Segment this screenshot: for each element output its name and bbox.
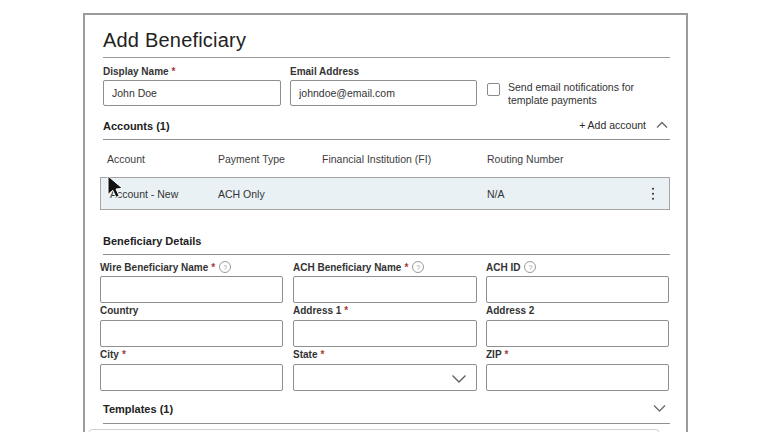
- ach-beneficiary-name-input[interactable]: [293, 276, 477, 303]
- required-asterisk: *: [404, 262, 408, 273]
- state-select[interactable]: [293, 364, 477, 391]
- country-input[interactable]: [100, 320, 283, 347]
- ach-id-label: ACH ID ?: [486, 261, 536, 273]
- required-asterisk: *: [344, 305, 348, 316]
- row-actions-kebab-button[interactable]: [649, 184, 658, 203]
- required-asterisk: *: [172, 66, 176, 77]
- add-beneficiary-panel: Add Beneficiary Display Name* Email Addr…: [83, 13, 688, 432]
- column-header-account: Account: [107, 153, 145, 165]
- email-address-label: Email Address: [290, 66, 359, 77]
- accounts-section-title: Accounts (1): [103, 120, 170, 132]
- ach-id-input[interactable]: [486, 276, 669, 303]
- add-account-button[interactable]: + Add account: [579, 119, 646, 131]
- address1-input[interactable]: [293, 320, 477, 347]
- page-title: Add Beneficiary: [103, 29, 246, 52]
- display-name-input[interactable]: [103, 80, 281, 106]
- chevron-down-icon: [451, 374, 467, 384]
- email-address-input[interactable]: [290, 80, 477, 106]
- required-asterisk: *: [211, 262, 215, 273]
- account-table-row[interactable]: Account - New ACH Only N/A: [100, 177, 670, 210]
- email-notifications-checkbox[interactable]: [487, 83, 500, 96]
- templates-section-title: Templates (1): [103, 403, 173, 415]
- info-icon[interactable]: ?: [524, 261, 536, 273]
- state-label: State*: [293, 349, 324, 360]
- column-header-payment-type: Payment Type: [218, 153, 285, 165]
- wire-beneficiary-name-label: Wire Beneficiary Name* ?: [100, 261, 231, 273]
- chevron-down-icon[interactable]: [653, 404, 666, 413]
- mouse-cursor-icon: [106, 175, 128, 201]
- beneficiary-divider: [103, 254, 670, 255]
- zip-input[interactable]: [486, 364, 669, 391]
- required-asterisk: *: [320, 349, 324, 360]
- title-divider: [103, 57, 670, 58]
- column-header-financial-institution: Financial Institution (FI): [322, 153, 431, 165]
- country-label: Country: [100, 305, 138, 316]
- ach-beneficiary-name-label: ACH Beneficiary Name* ?: [293, 261, 424, 273]
- display-name-label: Display Name*: [103, 66, 176, 77]
- info-icon[interactable]: ?: [412, 261, 424, 273]
- address2-input[interactable]: [486, 320, 669, 347]
- chevron-up-icon[interactable]: [656, 121, 668, 129]
- beneficiary-details-title: Beneficiary Details: [103, 235, 201, 247]
- required-asterisk: *: [122, 349, 126, 360]
- city-label: City*: [100, 349, 126, 360]
- zip-label: ZIP*: [486, 349, 508, 360]
- info-icon[interactable]: ?: [219, 261, 231, 273]
- accounts-divider: [103, 139, 670, 140]
- templates-divider: [103, 423, 670, 424]
- required-asterisk: *: [505, 349, 509, 360]
- city-input[interactable]: [100, 364, 283, 391]
- routing-number-cell: N/A: [487, 188, 505, 200]
- address2-label: Address 2: [486, 305, 534, 316]
- payment-type-cell: ACH Only: [218, 188, 265, 200]
- address1-label: Address 1*: [293, 305, 348, 316]
- email-notifications-label: Send email notifications for template pa…: [508, 81, 660, 107]
- column-header-routing-number: Routing Number: [487, 153, 563, 165]
- wire-beneficiary-name-input[interactable]: [100, 276, 283, 303]
